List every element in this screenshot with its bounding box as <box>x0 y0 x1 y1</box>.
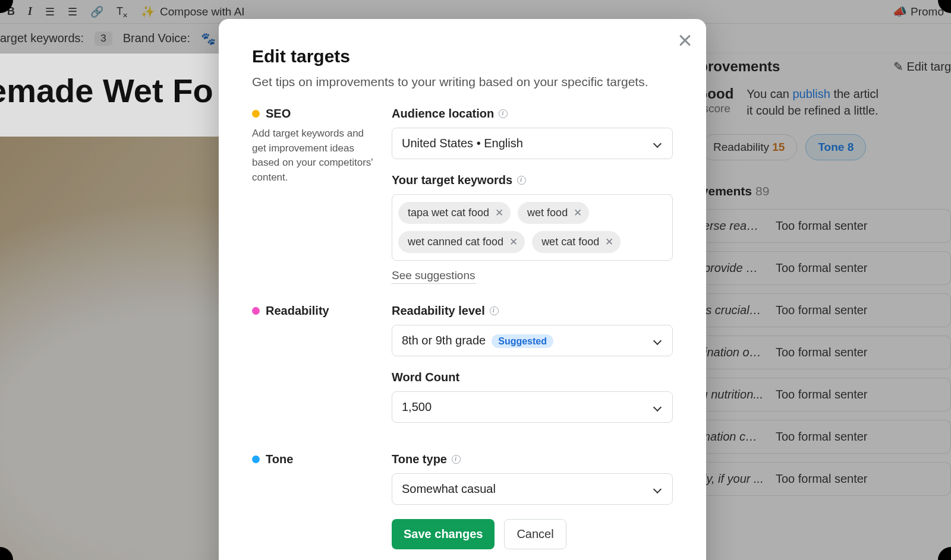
keywords-label: Your target keywords <box>392 173 512 187</box>
keyword-tag[interactable]: wet food✕ <box>518 202 589 224</box>
remove-tag-icon[interactable]: ✕ <box>605 236 613 248</box>
see-suggestions-link[interactable]: See suggestions <box>392 269 476 284</box>
close-button[interactable] <box>676 32 693 49</box>
suggested-badge: Suggested <box>492 334 553 348</box>
readability-section: Readability Readability level 8th or 9th… <box>252 304 673 437</box>
chevron-down-icon <box>653 139 662 147</box>
tone-value: Somewhat casual <box>402 482 496 496</box>
readability-title: Readability <box>266 304 329 318</box>
info-icon[interactable] <box>490 306 499 315</box>
seo-title: SEO <box>266 107 291 121</box>
remove-tag-icon[interactable]: ✕ <box>509 236 518 248</box>
seo-desc: Add target keywords and get improvement … <box>252 126 380 185</box>
audience-label: Audience location <box>392 107 494 121</box>
chevron-down-icon <box>653 336 662 344</box>
readability-level-label: Readability level <box>392 304 485 318</box>
info-icon[interactable] <box>452 455 461 464</box>
word-count-label: Word Count <box>392 371 459 384</box>
keyword-tag[interactable]: wet canned cat food✕ <box>398 231 525 253</box>
tone-title: Tone <box>266 453 293 466</box>
audience-value: United States • English <box>402 137 523 150</box>
keyword-text: tapa wet cat food <box>408 207 489 219</box>
word-count-value: 1,500 <box>402 400 432 414</box>
remove-tag-icon[interactable]: ✕ <box>574 207 582 219</box>
keyword-tag[interactable]: wet cat food✕ <box>532 231 621 253</box>
audience-select[interactable]: United States • English <box>392 128 673 159</box>
readability-value: 8th or 9th grade <box>402 334 486 347</box>
chevron-down-icon <box>653 485 662 493</box>
keyword-text: wet food <box>527 207 568 219</box>
keyword-tag[interactable]: tapa wet cat food✕ <box>398 202 511 224</box>
chevron-down-icon <box>653 403 662 411</box>
keyword-text: wet canned cat food <box>408 236 503 248</box>
cancel-button[interactable]: Cancel <box>504 519 566 549</box>
tone-select[interactable]: Somewhat casual <box>392 473 673 505</box>
dot-icon <box>252 307 260 315</box>
word-count-select[interactable]: 1,500 <box>392 391 673 423</box>
dot-icon <box>252 110 260 118</box>
keywords-input[interactable]: tapa wet cat food✕wet food✕wet canned ca… <box>392 194 673 261</box>
save-button[interactable]: Save changes <box>392 519 495 549</box>
seo-section: SEO Add target keywords and get improvem… <box>252 107 673 289</box>
keyword-text: wet cat food <box>541 236 599 248</box>
remove-tag-icon[interactable]: ✕ <box>495 207 503 219</box>
modal-subtitle: Get tips on improvements to your writing… <box>252 75 673 89</box>
tone-type-label: Tone type <box>392 453 447 466</box>
edit-targets-modal: Edit targets Get tips on improvements to… <box>219 19 706 560</box>
dot-icon <box>252 455 260 463</box>
info-icon[interactable] <box>499 109 508 118</box>
readability-select[interactable]: 8th or 9th gradeSuggested <box>392 325 673 356</box>
tone-section: Tone Tone type Somewhat casual Save chan… <box>252 453 673 549</box>
modal-title: Edit targets <box>252 46 673 67</box>
info-icon[interactable] <box>517 176 526 185</box>
